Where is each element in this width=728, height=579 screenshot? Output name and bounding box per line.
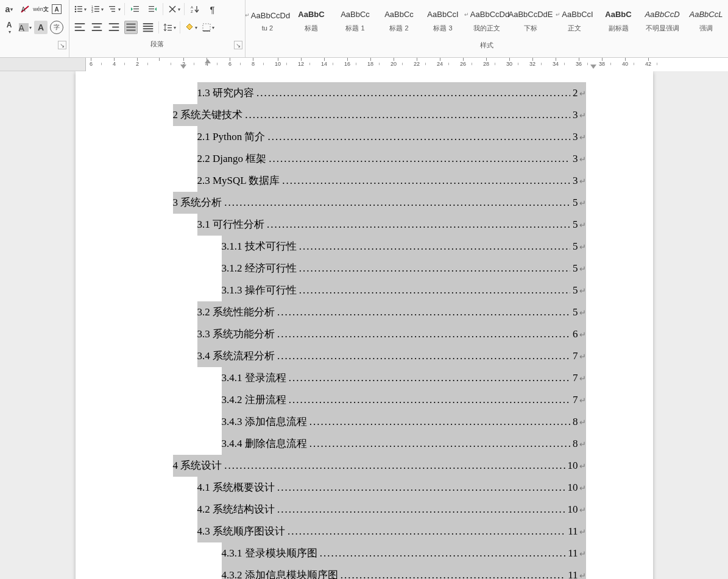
toc-entry: 3.4 系统流程分析 .............................…	[197, 345, 586, 367]
style-item-4[interactable]: AaBbCcI标题 3	[421, 2, 465, 38]
left-indent-marker[interactable]	[180, 65, 186, 69]
svg-rect-41	[168, 27, 172, 28]
paragraph-mark-icon: ↵	[579, 433, 586, 455]
increase-indent-icon[interactable]	[146, 2, 159, 16]
svg-point-3	[75, 9, 77, 10]
svg-rect-12	[94, 11, 99, 12]
toc-text: 4.3.1 登录模块顺序图	[222, 542, 317, 564]
toc-page: 3	[573, 104, 578, 125]
font-color-icon[interactable]: A	[2, 21, 16, 34]
paragraph-group-label: 段落	[150, 40, 164, 49]
toc-page: 2	[573, 82, 578, 104]
bullets-icon[interactable]	[73, 2, 87, 16]
toc-leader: ........................................…	[309, 433, 570, 454]
borders-icon[interactable]	[201, 21, 214, 34]
show-marks-icon[interactable]: ¶	[205, 2, 219, 16]
font-dialog-launcher-icon[interactable]: ↘	[58, 41, 66, 49]
svg-rect-31	[113, 27, 119, 28]
multilevel-list-icon[interactable]	[107, 2, 121, 16]
toc-page: 10	[568, 477, 578, 498]
shading-icon[interactable]	[184, 21, 197, 34]
page: 1.3 研究内容 ...............................…	[76, 71, 653, 579]
character-border-icon[interactable]: A	[50, 2, 63, 16]
character-shading-icon[interactable]: A	[34, 21, 48, 34]
svg-rect-14	[110, 9, 115, 9]
style-name: tu 2	[262, 24, 273, 32]
toc-leader: ........................................…	[277, 301, 570, 323]
toc-page: 7	[573, 389, 578, 410]
svg-rect-13	[109, 6, 115, 7]
svg-rect-38	[143, 28, 154, 29]
style-item-7[interactable]: ↵AaBbCcI正文	[553, 2, 596, 38]
style-item-6[interactable]: AaBbCcDdE下标	[509, 2, 553, 38]
align-left-icon[interactable]	[73, 21, 87, 34]
toc-entry: 2.1 Python 简介 ..........................…	[197, 126, 586, 148]
clear-formatting-icon[interactable]: A	[18, 2, 32, 16]
toc-leader: ........................................…	[277, 323, 570, 345]
line-spacing-icon[interactable]	[163, 21, 176, 34]
svg-rect-35	[127, 30, 136, 31]
svg-rect-33	[127, 24, 136, 25]
svg-rect-10	[94, 9, 99, 9]
toc-entry: 3.1.1 技术可行性 ............................…	[222, 236, 586, 258]
sort-icon[interactable]: AZ	[188, 2, 202, 16]
toc-text: 3.1 可行性分析	[197, 214, 265, 235]
highlight-color-icon[interactable]: A	[18, 21, 32, 34]
toc-leader: ........................................…	[289, 389, 570, 410]
right-indent-marker[interactable]	[590, 65, 596, 69]
style-item-3[interactable]: AaBbCc标题 2	[377, 2, 421, 38]
style-item-0[interactable]: ↵AaBbCcDdtu 2	[246, 2, 289, 38]
svg-rect-42	[168, 30, 172, 30]
numbering-icon[interactable]: 123	[90, 2, 104, 16]
styles-gallery[interactable]: ↵AaBbCcDdtu 2AaBbC标题AaBbCc标题 1AaBbCc标题 2…	[246, 0, 728, 38]
paragraph-mark-icon: ↵	[579, 302, 586, 323]
document-area[interactable]: 1.3 研究内容 ...............................…	[0, 71, 728, 579]
toc-leader: ........................................…	[267, 126, 570, 147]
toc-leader: ........................................…	[245, 104, 570, 125]
toc-text: 4.3 系统顺序图设计	[197, 521, 286, 542]
style-item-9[interactable]: AaBbCcD不明显强调	[640, 2, 684, 38]
toc-page: 3	[573, 170, 578, 191]
paragraph-mark-icon: ↵	[579, 280, 586, 301]
enclose-characters-icon[interactable]: 字	[50, 21, 63, 34]
decrease-indent-icon[interactable]	[129, 2, 142, 16]
horizontal-ruler[interactable]: 6422468101214161820222426283032343638404…	[0, 58, 728, 71]
svg-rect-44	[203, 30, 210, 32]
style-item-5[interactable]: ↵AaBbCcDd我的正文	[465, 2, 509, 38]
toc-leader: ........................................…	[320, 542, 565, 564]
toc-leader: ........................................…	[341, 564, 565, 579]
toc-text: 1.3 研究内容	[197, 82, 255, 104]
svg-rect-26	[75, 30, 85, 31]
toc-leader: ........................................…	[299, 236, 570, 257]
style-item-1[interactable]: AaBbC标题	[289, 2, 333, 38]
font-size-dropdown[interactable]: a	[2, 2, 16, 16]
svg-rect-36	[143, 23, 154, 24]
paragraph-mark-icon: ↵	[579, 346, 586, 367]
align-center-icon[interactable]	[90, 21, 104, 34]
toc-entry: 4.3.1 登录模块顺序图 ..........................…	[222, 542, 586, 564]
paragraph-mark-icon: ↵	[579, 192, 586, 214]
style-item-2[interactable]: AaBbCc标题 1	[333, 2, 377, 38]
asian-layout-icon[interactable]	[167, 2, 180, 16]
styles-group-label: 样式	[480, 41, 493, 50]
style-name: 标题	[305, 24, 318, 33]
paragraph-dialog-launcher-icon[interactable]: ↘	[234, 41, 242, 49]
toc-text: 3.4.3 添加信息流程	[222, 411, 307, 432]
toc-text: 3.4.2 注册流程	[222, 389, 286, 410]
toc-text: 2.1 Python 简介	[197, 126, 266, 147]
paragraph-mark-icon: ↵	[579, 565, 586, 579]
style-item-10[interactable]: AaBbCcL强调	[684, 2, 728, 38]
toc-page: 11	[568, 542, 578, 564]
toc-text: 3 系统分析	[173, 192, 222, 213]
align-right-icon[interactable]	[107, 21, 121, 34]
style-item-8[interactable]: AaBbC副标题	[596, 2, 640, 38]
style-name: 标题 2	[389, 24, 408, 33]
first-line-indent-marker[interactable]	[205, 59, 211, 63]
toc-entry: 3.4.1 登录流程 .............................…	[222, 367, 586, 389]
toc-leader: ........................................…	[224, 455, 565, 476]
align-distributed-icon[interactable]	[141, 21, 155, 34]
align-justify-icon[interactable]	[124, 21, 138, 34]
phonetic-guide-icon[interactable]: wén文	[34, 2, 48, 16]
style-name: 下标	[524, 24, 537, 33]
toc-entry: 4.3.2 添加信息模块顺序图 ........................…	[222, 564, 586, 579]
